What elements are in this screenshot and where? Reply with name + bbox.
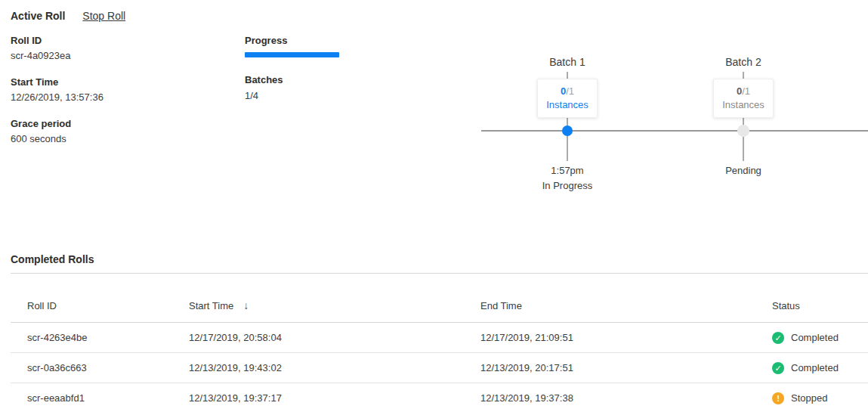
cell-status: ✓ Completed: [772, 362, 868, 374]
timeline-batch-node: Batch 2 0/1 Instances Pending: [683, 0, 804, 204]
column-header-end-time: End Time: [480, 300, 772, 311]
start-time-field: Start Time 12/26/2019, 13:57:36: [11, 77, 103, 102]
batch-instances-card[interactable]: 0/1 Instances: [713, 79, 774, 118]
cell-end-time: 12/17/2019, 21:09:51: [480, 332, 772, 343]
completed-rolls-table: Roll ID Start Time ↓ End Time Status scr…: [11, 273, 868, 412]
column-header-status: Status: [772, 300, 868, 311]
cell-end-time: 12/13/2019, 20:17:51: [480, 362, 772, 373]
completed-rolls-title: Completed Rolls: [11, 253, 94, 265]
completed-check-icon: ✓: [772, 362, 784, 374]
cell-start-time: 12/13/2019, 19:43:02: [189, 362, 480, 373]
batches-label: Batches: [245, 75, 339, 85]
timeline-batch-node: Batch 1 0/1 Instances 1:57pm In Progress: [507, 0, 628, 204]
roll-id-value: scr-4a0923ea: [11, 51, 103, 60]
cell-roll-id: scr-0a36c663: [27, 362, 189, 373]
progress-bar-fill: [245, 52, 339, 57]
batches-value: 1/4: [245, 91, 339, 101]
batch-status: In Progress: [507, 180, 628, 191]
cell-start-time: 12/13/2019, 19:37:17: [189, 392, 480, 404]
batch-instances-label: Instances: [722, 98, 765, 112]
table-row: scr-4263e4be 12/17/2019, 20:58:04 12/17/…: [11, 323, 868, 353]
stop-roll-link[interactable]: Stop Roll: [82, 10, 125, 22]
batch-time: 1:57pm: [507, 165, 628, 176]
table-row: scr-eeaabfd1 12/13/2019, 19:37:17 12/13/…: [11, 383, 868, 412]
column-header-start-time: Start Time ↓: [189, 299, 480, 311]
table-row: scr-0a36c663 12/13/2019, 19:43:02 12/13/…: [11, 353, 868, 383]
completed-check-icon: ✓: [772, 332, 784, 344]
stopped-warning-icon: !: [772, 392, 784, 404]
status-label: Completed: [791, 362, 839, 373]
batch-time: Pending: [683, 165, 804, 176]
sort-control-start-time[interactable]: Start Time ↓: [189, 299, 480, 311]
cell-status: ✓ Completed: [772, 332, 868, 344]
batch-timeline-dot: [562, 125, 573, 136]
cell-start-time: 12/17/2019, 20:58:04: [189, 332, 480, 343]
active-roll-title: Active Roll: [11, 10, 65, 22]
roll-id-field: Roll ID scr-4a0923ea: [11, 36, 103, 60]
progress-bar: [245, 52, 339, 57]
grace-period-label: Grace period: [11, 119, 103, 129]
active-roll-details: Roll ID scr-4a0923ea Start Time 12/26/20…: [11, 36, 103, 160]
batch-timeline-dot: [737, 125, 749, 137]
page: Active Roll Stop Roll Roll ID scr-4a0923…: [0, 0, 868, 412]
status-label: Completed: [791, 332, 839, 343]
start-time-value: 12/26/2019, 13:57:36: [11, 92, 103, 102]
roll-id-label: Roll ID: [11, 36, 103, 45]
progress-label: Progress: [245, 36, 339, 45]
grace-period-field: Grace period 600 seconds: [11, 119, 103, 144]
start-time-label: Start Time: [11, 77, 103, 87]
cell-roll-id: scr-4263e4be: [27, 332, 189, 343]
active-roll-header: Active Roll Stop Roll: [11, 10, 125, 22]
progress-column: Progress Batches 1/4: [245, 36, 339, 101]
cell-status: ! Stopped: [772, 392, 868, 404]
cell-roll-id: scr-eeaabfd1: [27, 392, 189, 404]
start-time-header-label: Start Time: [189, 300, 233, 311]
column-header-roll-id: Roll ID: [27, 300, 189, 311]
batch-instances-label: Instances: [546, 98, 588, 112]
table-body: scr-4263e4be 12/17/2019, 20:58:04 12/17/…: [11, 323, 868, 412]
batch-instance-count: 0/1: [737, 85, 750, 98]
grace-period-value: 600 seconds: [11, 134, 103, 144]
batch-instance-count: 0/1: [561, 85, 574, 98]
batch-instances-card[interactable]: 0/1 Instances: [537, 79, 598, 118]
status-label: Stopped: [791, 392, 827, 404]
batch-name: Batch 1: [507, 56, 628, 68]
sort-down-icon: ↓: [243, 299, 249, 311]
cell-end-time: 12/13/2019, 19:37:38: [480, 392, 772, 404]
table-header-row: Roll ID Start Time ↓ End Time Status: [11, 274, 868, 323]
batch-name: Batch 2: [683, 56, 804, 68]
